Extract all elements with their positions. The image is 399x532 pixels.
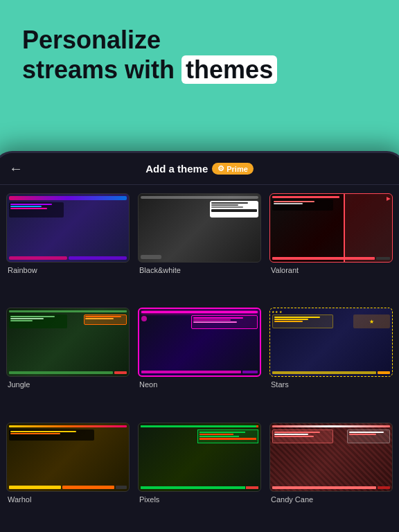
header-title-text: Add a theme <box>145 163 208 175</box>
theme-card-bw[interactable]: Black&white <box>138 193 261 299</box>
theme-name-jungle: Jungle <box>6 380 130 389</box>
theme-preview-valorant: ▶ <box>269 193 393 263</box>
theme-card-neon[interactable]: Neon <box>138 308 261 414</box>
headline: Personalize streams with themes <box>22 25 377 85</box>
theme-preview-jungle <box>6 308 130 377</box>
theme-name-pixels: Pixels <box>138 495 261 504</box>
theme-grid: Rainbow Black&whit <box>0 185 399 532</box>
back-button[interactable]: ← <box>9 161 23 177</box>
theme-preview-warhol <box>6 423 130 492</box>
device-frame: ← Add a theme ⚙ Prime <box>0 151 399 532</box>
theme-preview-pixels <box>138 423 261 492</box>
theme-preview-stars: ★ ★ ★ ★ <box>269 308 393 377</box>
theme-name-valorant: Valorant <box>269 266 393 274</box>
theme-preview-neon <box>138 308 261 377</box>
theme-name-stars: Stars <box>269 380 393 389</box>
theme-name-candycane: Candy Cane <box>269 495 393 504</box>
theme-card-stars[interactable]: ★ ★ ★ ★ <box>269 308 393 414</box>
theme-name-neon: Neon <box>138 380 261 389</box>
prime-icon: ⚙ <box>218 164 224 173</box>
theme-card-candycane[interactable]: Candy Cane <box>269 423 393 529</box>
theme-preview-bw <box>138 193 261 263</box>
theme-preview-candycane <box>269 423 393 492</box>
theme-card-valorant[interactable]: ▶ Valorant <box>269 193 393 299</box>
theme-card-rainbow[interactable]: Rainbow <box>6 193 130 299</box>
prime-badge: ⚙ Prime <box>212 163 254 175</box>
headline-line1: Personalize <box>22 26 161 54</box>
theme-card-jungle[interactable]: Jungle <box>6 308 130 414</box>
theme-name-rainbow: Rainbow <box>6 266 130 274</box>
hero-section: Personalize streams with themes <box>0 0 399 98</box>
header-title: Add a theme ⚙ Prime <box>145 163 254 175</box>
prime-label: Prime <box>227 165 248 173</box>
app-header: ← Add a theme ⚙ Prime <box>0 153 399 185</box>
theme-card-warhol[interactable]: Warhol <box>6 423 130 529</box>
theme-name-warhol: Warhol <box>6 495 130 504</box>
theme-name-bw: Black&white <box>138 266 261 274</box>
theme-preview-rainbow <box>6 193 130 263</box>
themes-highlight: themes <box>181 55 277 84</box>
theme-card-pixels[interactable]: Pixels <box>138 423 261 529</box>
headline-line2: streams with <box>22 55 175 84</box>
app-screen: ← Add a theme ⚙ Prime <box>0 153 399 532</box>
